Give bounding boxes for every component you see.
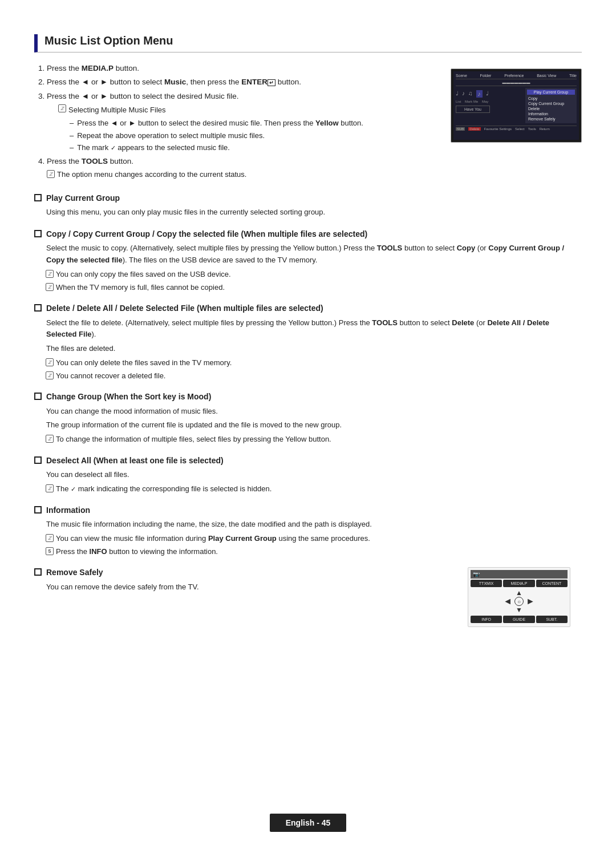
dpad-right[interactable]: ► xyxy=(526,596,535,607)
section-change-group: Change Group (When the Sort key is Mood)… xyxy=(34,391,582,445)
note-info-2-text: Press the INFO button to viewing the inf… xyxy=(56,546,218,557)
body-change-1: You can change the mood information of m… xyxy=(34,406,582,418)
note-delete-1-text: You can only delete the files saved in t… xyxy=(56,357,232,369)
section-heading-change: Change Group (When the Sort key is Mood) xyxy=(34,391,582,403)
body-change-2: The group information of the current fil… xyxy=(34,419,582,431)
footer: English - 45 xyxy=(0,814,616,832)
screenshot-inner: Scene Folder Preference Basic View Title… xyxy=(453,71,579,140)
scr-btn-sub: SUB xyxy=(456,127,465,131)
music-icon-1: ♩ xyxy=(456,90,459,98)
remote-btn-ttxmix[interactable]: TTXMIX xyxy=(471,580,502,587)
remote-btn-guide[interactable]: GUIDE xyxy=(503,616,534,623)
note-icon-tools: ℤ xyxy=(47,170,55,178)
top-content: Press the MEDIA.P button. Press the ◄ or… xyxy=(34,63,582,184)
step-1: Press the MEDIA.P button. xyxy=(47,63,439,74)
note-copy-2: ℤ When the TV memory is full, files cann… xyxy=(34,282,582,293)
scr-label-mark: Mark Me xyxy=(465,100,478,103)
footer-badge: English - 45 xyxy=(270,814,347,832)
heading-deselect-text: Deselect All (When at least one file is … xyxy=(46,455,224,467)
dpad-down[interactable]: ▼ xyxy=(516,606,522,614)
remote-btn-subt[interactable]: SUBT. xyxy=(536,616,568,623)
step-2: Press the ◄ or ► button to select Music,… xyxy=(47,76,439,88)
remote-image: 📷 TTXMIX MEDIA.P CONTENT ◄ ▲ ○ xyxy=(468,567,570,627)
note-deselect-1: ℤ The ✓ mark indicating the correspondin… xyxy=(34,483,582,495)
dash-1: – xyxy=(70,118,74,129)
scr-menu-information[interactable]: Information xyxy=(527,111,575,116)
section-heading-deselect: Deselect All (When at least one file is … xyxy=(34,455,582,467)
section-heading-remove: Remove Safely xyxy=(34,567,456,579)
note-icon-deselect-1: ℤ xyxy=(46,484,54,492)
note-info-2: 5 Press the INFO button to viewing the i… xyxy=(34,546,582,557)
music-icon-5: ♩ xyxy=(486,90,489,98)
body-info: The music file information including the… xyxy=(34,519,582,531)
scr-label-may: May xyxy=(482,100,488,103)
sub2-text: Repeat the above operation to select mul… xyxy=(77,130,265,142)
scr-btn-tools: Tools xyxy=(528,127,536,131)
remote-section: 📷 TTXMIX MEDIA.P CONTENT ◄ ▲ ○ xyxy=(468,567,582,627)
checkbox-icon-deselect xyxy=(34,456,42,464)
remote-btn-mediap[interactable]: MEDIA.P xyxy=(503,580,534,587)
scr-icons: ♩ ♪ ♫ ♪ ♩ xyxy=(456,90,523,98)
note-icon-info-1: ℤ xyxy=(46,534,54,542)
sub-note-selecting: ℤ Selecting Multiple Music Files xyxy=(58,104,439,116)
note-copy-2-text: When the TV memory is full, files cannot… xyxy=(56,282,225,293)
scr-tab-basic: Basic View xyxy=(537,74,556,78)
scr-btn-fav: Favourite Settings xyxy=(484,127,512,131)
section-heading-delete: Delete / Delete All / Delete Selected Fi… xyxy=(34,303,582,314)
heading-info-text: Information xyxy=(46,505,90,516)
page-container: Music List Option Menu Press the MEDIA.P… xyxy=(34,0,582,683)
note-change-1: ℤ To change the information of multiple … xyxy=(34,434,582,445)
body-copy: Select the music to copy. (Alternatively… xyxy=(34,242,582,266)
music-icon-2: ♪ xyxy=(462,90,465,98)
note-deselect-1-text: The ✓ mark indicating the corresponding … xyxy=(56,483,271,495)
section-heading-play: Play Current Group xyxy=(34,193,582,204)
section-heading-copy: Copy / Copy Current Group / Copy the sel… xyxy=(34,229,582,240)
scr-tab-title: Title xyxy=(569,74,577,78)
heading-delete-text: Delete / Delete All / Delete Selected Fi… xyxy=(46,303,323,314)
section-information: Information The music file information i… xyxy=(34,505,582,557)
scr-tab-pref: Preference xyxy=(504,74,524,78)
sub-step-3: – The mark ✓ appears to the selected mus… xyxy=(70,142,439,153)
dash-2: – xyxy=(70,130,74,142)
note-change-1-text: To change the information of multiple fi… xyxy=(56,434,331,445)
scr-menu-remove[interactable]: Remove Safely xyxy=(527,116,575,122)
scr-content: ♩ ♪ ♫ ♪ ♩ List Mark Me May xyxy=(456,88,577,123)
scr-bottom-bar: SUB Delete Favourite Settings Select Too… xyxy=(456,126,577,131)
step-4: Press the TOOLS button. ℤ The option men… xyxy=(47,156,439,180)
dpad-up[interactable]: ▲ xyxy=(516,589,522,597)
checkbox-icon-delete xyxy=(34,304,42,312)
info-icon-info-2: 5 xyxy=(46,547,54,555)
dpad-left[interactable]: ◄ xyxy=(503,596,512,607)
scr-menu-delete[interactable]: Delete xyxy=(527,106,575,111)
remote-btn-info[interactable]: INFO xyxy=(471,616,502,623)
checkbox-icon-info xyxy=(34,506,42,514)
sub-step-1: – Press the ◄ or ► button to select the … xyxy=(70,118,439,129)
note-copy-1-text: You can only copy the files saved on the… xyxy=(56,269,231,280)
dash-3: – xyxy=(70,142,74,153)
note-copy-1: ℤ You can only copy the files saved on t… xyxy=(34,269,582,280)
scr-btn-select: Select xyxy=(515,127,525,131)
note-info-1-text: You can view the music file information … xyxy=(56,533,370,544)
checkmark: ✓ xyxy=(111,144,116,151)
scr-tab-scene: Scene xyxy=(456,74,467,78)
body-delete: Select the file to delete. (Alternativel… xyxy=(34,317,582,341)
scr-menu-copy[interactable]: Copy xyxy=(527,96,575,101)
body-deselect: You can deselect all files. xyxy=(34,469,582,481)
step-3: Press the ◄ or ► button to select the de… xyxy=(47,91,439,153)
scr-menu-copy-group[interactable]: Copy Current Group xyxy=(527,101,575,106)
heading-remove-text: Remove Safely xyxy=(46,567,103,579)
section-deselect: Deselect All (When at least one file is … xyxy=(34,455,582,495)
note-icon-change-1: ℤ xyxy=(46,435,54,443)
remote-btn-content[interactable]: CONTENT xyxy=(536,580,568,587)
instructions-list: Press the MEDIA.P button. Press the ◄ or… xyxy=(34,63,439,184)
note-delete-1: ℤ You can only delete the files saved in… xyxy=(34,357,582,369)
heading-copy-text: Copy / Copy Current Group / Copy the sel… xyxy=(46,229,367,240)
heading-change-text: Change Group (When the Sort key is Mood) xyxy=(46,391,211,403)
step2-bold2: ENTER↵ xyxy=(241,78,275,86)
music-icon-4: ♪ xyxy=(476,90,483,98)
step2-text: Press the ◄ or ► button to select Music,… xyxy=(47,78,301,86)
body-remove: You can remove the device safely from th… xyxy=(34,581,456,593)
step4-text: Press the TOOLS button. xyxy=(47,157,133,165)
scr-search-bar: ▬▬▬▬▬▬▬ xyxy=(456,80,577,86)
scr-label-list: List xyxy=(456,100,461,103)
